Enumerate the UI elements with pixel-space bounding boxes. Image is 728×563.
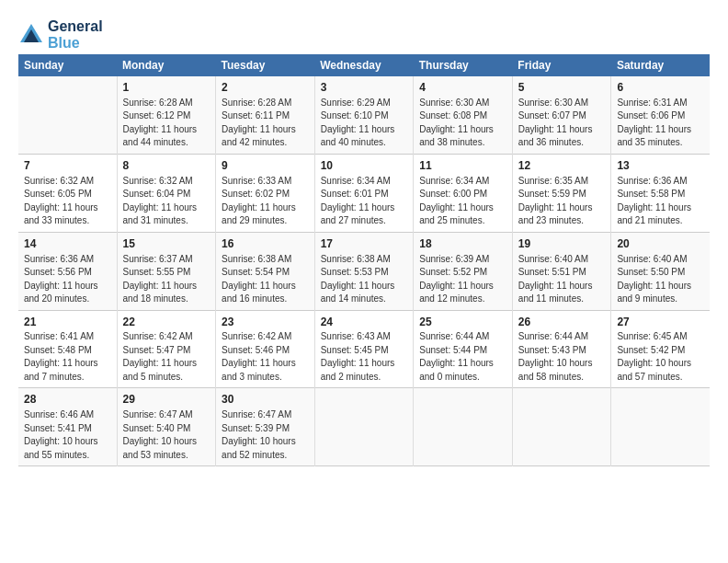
day-content: Sunrise: 6:40 AM Sunset: 5:51 PM Dayligh… bbox=[518, 253, 606, 306]
day-content: Sunrise: 6:33 AM Sunset: 6:02 PM Dayligh… bbox=[222, 175, 309, 228]
day-content: Sunrise: 6:46 AM Sunset: 5:41 PM Dayligh… bbox=[24, 408, 111, 462]
day-number: 15 bbox=[123, 236, 210, 252]
logo: General Blue bbox=[18, 18, 103, 51]
col-header-thursday: Thursday bbox=[414, 54, 513, 76]
col-header-monday: Monday bbox=[117, 54, 216, 76]
day-cell: 22Sunrise: 6:42 AM Sunset: 5:47 PM Dayli… bbox=[117, 310, 216, 388]
day-content: Sunrise: 6:43 AM Sunset: 5:45 PM Dayligh… bbox=[321, 330, 408, 384]
day-content: Sunrise: 6:31 AM Sunset: 6:06 PM Dayligh… bbox=[617, 97, 704, 150]
day-cell: 23Sunrise: 6:42 AM Sunset: 5:46 PM Dayli… bbox=[216, 310, 315, 388]
day-cell: 20Sunrise: 6:40 AM Sunset: 5:50 PM Dayli… bbox=[611, 232, 710, 310]
day-content: Sunrise: 6:34 AM Sunset: 6:00 PM Dayligh… bbox=[419, 175, 506, 228]
day-number: 5 bbox=[518, 80, 606, 96]
day-number: 18 bbox=[419, 236, 506, 252]
day-cell: 25Sunrise: 6:44 AM Sunset: 5:44 PM Dayli… bbox=[414, 310, 513, 388]
day-number: 29 bbox=[123, 392, 210, 408]
day-content: Sunrise: 6:30 AM Sunset: 6:08 PM Dayligh… bbox=[419, 97, 506, 150]
day-number: 12 bbox=[518, 158, 606, 174]
week-row-2: 7Sunrise: 6:32 AM Sunset: 6:05 PM Daylig… bbox=[18, 154, 710, 232]
day-number: 22 bbox=[123, 315, 210, 330]
day-cell: 18Sunrise: 6:39 AM Sunset: 5:52 PM Dayli… bbox=[414, 232, 513, 310]
day-number: 6 bbox=[617, 80, 704, 96]
day-cell: 28Sunrise: 6:46 AM Sunset: 5:41 PM Dayli… bbox=[18, 388, 117, 466]
day-content: Sunrise: 6:44 AM Sunset: 5:44 PM Dayligh… bbox=[419, 330, 506, 384]
day-cell: 7Sunrise: 6:32 AM Sunset: 6:05 PM Daylig… bbox=[18, 154, 117, 232]
day-cell bbox=[512, 388, 611, 466]
col-header-friday: Friday bbox=[512, 54, 611, 76]
col-header-tuesday: Tuesday bbox=[216, 54, 315, 76]
day-cell: 2Sunrise: 6:28 AM Sunset: 6:11 PM Daylig… bbox=[216, 76, 315, 154]
day-content: Sunrise: 6:39 AM Sunset: 5:52 PM Dayligh… bbox=[419, 253, 506, 306]
day-cell: 1Sunrise: 6:28 AM Sunset: 6:12 PM Daylig… bbox=[117, 76, 216, 154]
day-cell: 6Sunrise: 6:31 AM Sunset: 6:06 PM Daylig… bbox=[611, 76, 710, 154]
day-number: 14 bbox=[24, 236, 111, 252]
day-cell: 9Sunrise: 6:33 AM Sunset: 6:02 PM Daylig… bbox=[216, 154, 315, 232]
day-cell: 30Sunrise: 6:47 AM Sunset: 5:39 PM Dayli… bbox=[216, 388, 315, 466]
week-row-5: 28Sunrise: 6:46 AM Sunset: 5:41 PM Dayli… bbox=[18, 388, 710, 466]
week-row-4: 21Sunrise: 6:41 AM Sunset: 5:48 PM Dayli… bbox=[18, 310, 710, 388]
day-content: Sunrise: 6:32 AM Sunset: 6:05 PM Dayligh… bbox=[24, 175, 111, 228]
day-cell: 27Sunrise: 6:45 AM Sunset: 5:42 PM Dayli… bbox=[611, 310, 710, 388]
day-cell: 17Sunrise: 6:38 AM Sunset: 5:53 PM Dayli… bbox=[314, 232, 414, 310]
day-number: 20 bbox=[617, 236, 704, 252]
day-content: Sunrise: 6:30 AM Sunset: 6:07 PM Dayligh… bbox=[518, 97, 606, 150]
day-cell: 29Sunrise: 6:47 AM Sunset: 5:40 PM Dayli… bbox=[117, 388, 216, 466]
day-content: Sunrise: 6:35 AM Sunset: 5:59 PM Dayligh… bbox=[518, 175, 606, 228]
day-cell: 15Sunrise: 6:37 AM Sunset: 5:55 PM Dayli… bbox=[117, 232, 216, 310]
day-number: 27 bbox=[617, 315, 704, 330]
day-number: 28 bbox=[24, 392, 111, 408]
day-number: 17 bbox=[321, 236, 408, 252]
day-number: 21 bbox=[24, 315, 111, 330]
week-row-3: 14Sunrise: 6:36 AM Sunset: 5:56 PM Dayli… bbox=[18, 232, 710, 310]
col-header-sunday: Sunday bbox=[18, 54, 117, 76]
day-number: 10 bbox=[321, 158, 408, 174]
day-number: 26 bbox=[518, 315, 606, 330]
day-content: Sunrise: 6:36 AM Sunset: 5:58 PM Dayligh… bbox=[617, 175, 704, 228]
day-content: Sunrise: 6:38 AM Sunset: 5:53 PM Dayligh… bbox=[321, 253, 408, 306]
day-number: 25 bbox=[419, 315, 506, 330]
day-content: Sunrise: 6:37 AM Sunset: 5:55 PM Dayligh… bbox=[123, 253, 210, 306]
day-number: 11 bbox=[419, 158, 506, 174]
day-content: Sunrise: 6:28 AM Sunset: 6:12 PM Dayligh… bbox=[123, 97, 210, 150]
day-content: Sunrise: 6:47 AM Sunset: 5:39 PM Dayligh… bbox=[222, 408, 309, 462]
col-header-saturday: Saturday bbox=[611, 54, 710, 76]
logo-text: General Blue bbox=[48, 18, 103, 51]
day-content: Sunrise: 6:38 AM Sunset: 5:54 PM Dayligh… bbox=[222, 253, 309, 306]
day-number: 23 bbox=[222, 315, 309, 330]
calendar-table: SundayMondayTuesdayWednesdayThursdayFrid… bbox=[18, 54, 710, 466]
day-cell bbox=[18, 76, 117, 154]
day-content: Sunrise: 6:36 AM Sunset: 5:56 PM Dayligh… bbox=[24, 253, 111, 306]
day-content: Sunrise: 6:47 AM Sunset: 5:40 PM Dayligh… bbox=[123, 408, 210, 462]
day-cell: 19Sunrise: 6:40 AM Sunset: 5:51 PM Dayli… bbox=[512, 232, 611, 310]
day-cell: 5Sunrise: 6:30 AM Sunset: 6:07 PM Daylig… bbox=[512, 76, 611, 154]
day-cell: 14Sunrise: 6:36 AM Sunset: 5:56 PM Dayli… bbox=[18, 232, 117, 310]
day-number: 3 bbox=[321, 80, 408, 96]
day-number: 4 bbox=[419, 80, 506, 96]
day-content: Sunrise: 6:41 AM Sunset: 5:48 PM Dayligh… bbox=[24, 330, 111, 384]
day-content: Sunrise: 6:45 AM Sunset: 5:42 PM Dayligh… bbox=[617, 330, 704, 384]
day-cell: 16Sunrise: 6:38 AM Sunset: 5:54 PM Dayli… bbox=[216, 232, 315, 310]
header-row: SundayMondayTuesdayWednesdayThursdayFrid… bbox=[18, 54, 710, 76]
day-cell bbox=[414, 388, 513, 466]
day-cell: 3Sunrise: 6:29 AM Sunset: 6:10 PM Daylig… bbox=[314, 76, 414, 154]
day-number: 16 bbox=[222, 236, 309, 252]
day-number: 7 bbox=[24, 158, 111, 174]
day-content: Sunrise: 6:44 AM Sunset: 5:43 PM Dayligh… bbox=[518, 330, 606, 384]
day-number: 2 bbox=[222, 80, 309, 96]
day-content: Sunrise: 6:40 AM Sunset: 5:50 PM Dayligh… bbox=[617, 253, 704, 306]
day-content: Sunrise: 6:28 AM Sunset: 6:11 PM Dayligh… bbox=[222, 97, 309, 150]
day-cell: 26Sunrise: 6:44 AM Sunset: 5:43 PM Dayli… bbox=[512, 310, 611, 388]
day-content: Sunrise: 6:34 AM Sunset: 6:01 PM Dayligh… bbox=[321, 175, 408, 228]
day-cell bbox=[314, 388, 414, 466]
day-cell: 12Sunrise: 6:35 AM Sunset: 5:59 PM Dayli… bbox=[512, 154, 611, 232]
logo-icon bbox=[18, 22, 44, 48]
day-cell bbox=[611, 388, 710, 466]
day-number: 1 bbox=[123, 80, 210, 96]
day-cell: 8Sunrise: 6:32 AM Sunset: 6:04 PM Daylig… bbox=[117, 154, 216, 232]
day-number: 8 bbox=[123, 158, 210, 174]
day-number: 13 bbox=[617, 158, 704, 174]
week-row-1: 1Sunrise: 6:28 AM Sunset: 6:12 PM Daylig… bbox=[18, 76, 710, 154]
day-cell: 4Sunrise: 6:30 AM Sunset: 6:08 PM Daylig… bbox=[414, 76, 513, 154]
header: General Blue bbox=[18, 15, 710, 51]
day-number: 19 bbox=[518, 236, 606, 252]
